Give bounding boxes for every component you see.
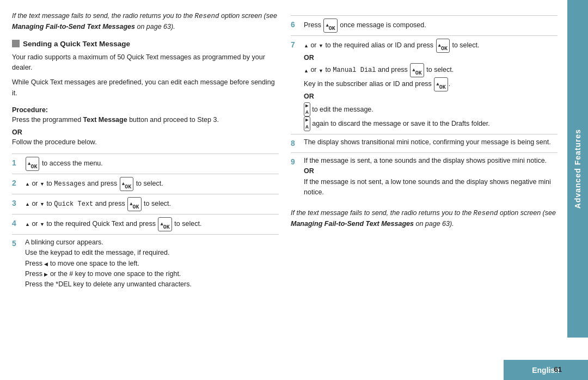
ok-btn-7c: OK bbox=[434, 77, 448, 91]
right-step-7: 7 or to the required alias or ID and pre… bbox=[291, 35, 558, 134]
arrow-down-7b bbox=[318, 66, 323, 74]
right-step-6: 6 Press OK once message is composed. bbox=[291, 15, 558, 35]
arrow-up-7 bbox=[304, 41, 309, 49]
a-btn-edit: ▶A bbox=[304, 102, 310, 117]
arrow-down-icon-4 bbox=[40, 220, 45, 228]
procedure-follow: Follow the procedure below. bbox=[12, 137, 279, 148]
right-step-num-8: 8 bbox=[291, 137, 301, 150]
ok-btn-6: OK bbox=[323, 19, 337, 33]
step-4: 4 or to the required Quick Text and pres… bbox=[12, 214, 279, 234]
step-3: 3 or to Quick Text and press OK to selec… bbox=[12, 194, 279, 214]
ok-btn-3: OK bbox=[127, 197, 141, 211]
step-num-2: 2 bbox=[12, 177, 22, 189]
section-title: Sending a Quick Text Message bbox=[23, 40, 130, 48]
arrow-down-7 bbox=[318, 41, 323, 49]
right-footer-italic: If the text message fails to send, the r… bbox=[291, 208, 558, 229]
sidebar-tab: Advanced Features bbox=[567, 0, 588, 338]
procedure-body: Press the programmed Text Message button… bbox=[12, 115, 279, 125]
ok-btn-icon: OK bbox=[26, 157, 39, 171]
arrow-up-icon bbox=[25, 180, 30, 187]
step-content-5: A blinking cursor appears. Use the keypa… bbox=[25, 237, 279, 290]
right-steps-list: 6 Press OK once message is composed. 7 o… bbox=[291, 15, 558, 200]
right-step-num-9: 9 bbox=[291, 156, 301, 168]
ok-btn-2: OK bbox=[120, 177, 133, 191]
step-content-4: or to the required Quick Text and press … bbox=[25, 217, 279, 231]
step-num-1: 1 bbox=[12, 157, 22, 169]
ok-btn-4: OK bbox=[158, 217, 171, 231]
step-1: 1 OK to access the menu. bbox=[12, 154, 279, 174]
step-content-1: OK to access the menu. bbox=[25, 157, 279, 171]
arrow-up-icon-3 bbox=[25, 200, 30, 207]
arrow-down-icon-3 bbox=[40, 200, 45, 207]
right-step-num-6: 6 bbox=[291, 19, 301, 31]
arrow-up-7b bbox=[304, 66, 309, 74]
section-para2: While Quick Text messages are predefined… bbox=[12, 77, 279, 99]
intro-text: If the text message fails to send, the r… bbox=[12, 11, 279, 32]
right-step-content-7: or to the required alias or ID and press… bbox=[304, 39, 558, 131]
step-num-3: 3 bbox=[12, 197, 22, 210]
right-step-content-8: The display shows transitional mini noti… bbox=[304, 137, 558, 148]
a-btn-discard: ▶A bbox=[304, 117, 310, 131]
step-content-2: or to Messages and press OK to select. bbox=[25, 177, 279, 191]
main-content: If the text message fails to send, the r… bbox=[0, 0, 567, 380]
step-2: 2 or to Messages and press OK to select. bbox=[12, 174, 279, 194]
right-step-8: 8 The display shows transitional mini no… bbox=[291, 134, 558, 152]
right-step-9: 9 If the message is sent, a tone sounds … bbox=[291, 152, 558, 201]
arrow-down-icon bbox=[40, 180, 45, 187]
step-num-5: 5 bbox=[12, 237, 22, 250]
procedure-label: Procedure: bbox=[12, 106, 279, 114]
arrow-left-icon bbox=[44, 260, 48, 267]
section-heading: Sending a Quick Text Message bbox=[12, 40, 279, 48]
step-5: 5 A blinking cursor appears. Use the key… bbox=[12, 234, 279, 293]
right-step-content-9: If the message is sent, a tone sounds an… bbox=[304, 156, 558, 198]
arrow-up-icon-4 bbox=[25, 220, 30, 228]
right-column: 6 Press OK once message is composed. 7 o… bbox=[291, 11, 558, 369]
sidebar-label: Advanced Features bbox=[573, 129, 582, 209]
section-icon bbox=[12, 40, 20, 47]
right-step-num-7: 7 bbox=[291, 39, 301, 51]
right-step-content-6: Press OK once message is composed. bbox=[304, 19, 558, 33]
ok-btn-7: OK bbox=[436, 39, 450, 53]
page-number: 61 bbox=[554, 365, 562, 373]
english-badge: English bbox=[504, 360, 588, 380]
ok-btn-7b: OK bbox=[410, 63, 424, 77]
steps-list: 1 OK to access the menu. 2 or to Message… bbox=[12, 154, 279, 293]
or-label-1: OR bbox=[12, 128, 279, 136]
section-para1: Your radio supports a maximum of 50 Quic… bbox=[12, 52, 279, 73]
step-content-3: or to Quick Text and press OK to select. bbox=[25, 197, 279, 211]
page-container: Advanced Features English 61 If the text… bbox=[0, 0, 588, 380]
left-column: If the text message fails to send, the r… bbox=[12, 11, 279, 369]
arrow-right-icon bbox=[44, 270, 48, 278]
step-num-4: 4 bbox=[12, 217, 22, 230]
